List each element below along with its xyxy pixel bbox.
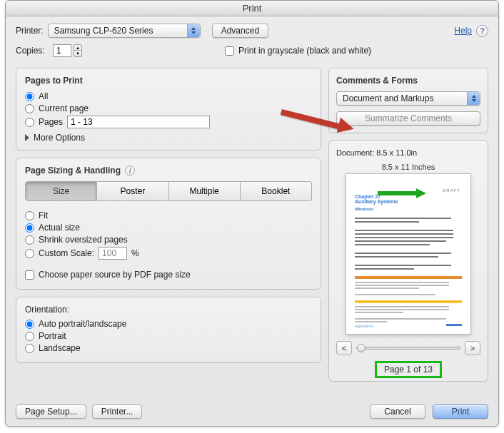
- orientation-box: Orientation: Auto portrait/landscape Por…: [16, 297, 321, 363]
- orientation-portrait-label: Portrait: [39, 331, 66, 341]
- window-title: Print: [6, 1, 498, 16]
- fit-radio[interactable]: [25, 211, 34, 220]
- red-arrow-annotation: [281, 109, 357, 139]
- copies-label: Copies:: [16, 46, 49, 56]
- printer-select-value: Samsung CLP-620 Series: [54, 26, 153, 36]
- pages-range-row[interactable]: Pages: [25, 116, 312, 128]
- comments-select[interactable]: Document and Markups: [336, 91, 480, 106]
- page-sizing-title: Page Sizing & Handling i: [25, 165, 312, 175]
- seg-booklet-button[interactable]: Booklet: [241, 181, 312, 201]
- orientation-landscape-radio[interactable]: [25, 344, 34, 353]
- seg-multiple-button[interactable]: Multiple: [169, 181, 241, 201]
- pages-range-input[interactable]: [67, 116, 210, 128]
- orientation-portrait-radio[interactable]: [25, 332, 34, 341]
- orientation-auto-label: Auto portrait/landscape: [39, 319, 126, 329]
- page-sizing-box: Page Sizing & Handling i Size Poster Mul…: [16, 158, 321, 290]
- page-sizing-title-text: Page Sizing & Handling: [25, 165, 121, 175]
- slider-thumb[interactable]: [357, 344, 366, 352]
- shrink-label: Shrink oversized pages: [39, 235, 128, 245]
- disclosure-right-icon: [25, 134, 29, 141]
- orientation-landscape-label: Landscape: [39, 343, 81, 353]
- printer-label: Printer:: [16, 26, 44, 36]
- orientation-portrait-row[interactable]: Portrait: [25, 331, 312, 341]
- pages-to-print-title: Pages to Print: [25, 76, 312, 86]
- summarize-comments-button[interactable]: Summarize Comments: [336, 111, 480, 126]
- pages-range-radio[interactable]: [25, 118, 34, 127]
- more-options-label: More Options: [34, 133, 85, 143]
- advanced-button[interactable]: Advanced: [212, 24, 268, 38]
- info-icon[interactable]: i: [125, 165, 135, 175]
- grayscale-input[interactable]: [225, 46, 234, 56]
- preview-box: Document: 8.5 x 11.0in 8.5 x 11 Inches D…: [328, 141, 488, 382]
- orientation-landscape-row[interactable]: Landscape: [25, 343, 312, 353]
- custom-row[interactable]: Custom Scale: %: [25, 247, 312, 260]
- pages-current-label: Current page: [39, 103, 89, 113]
- chevron-updown-icon: [187, 24, 200, 37]
- pages-current-radio[interactable]: [25, 104, 34, 113]
- pages-range-label: Pages: [39, 117, 63, 127]
- pages-all-radio[interactable]: [25, 92, 34, 101]
- pages-current-row[interactable]: Current page: [25, 103, 312, 113]
- page-indicator: Page 1 of 13: [375, 361, 442, 378]
- printer-button[interactable]: Printer...: [92, 404, 143, 419]
- stepper-down-icon[interactable]: ▼: [74, 51, 82, 57]
- preview-next-button[interactable]: >: [465, 341, 480, 355]
- preview-size-label: 8.5 x 11 Inches: [336, 163, 480, 171]
- orientation-auto-radio[interactable]: [25, 320, 34, 329]
- custom-radio[interactable]: [25, 249, 34, 258]
- more-options-toggle[interactable]: More Options: [25, 133, 312, 143]
- seg-size-button[interactable]: Size: [25, 181, 97, 201]
- actual-radio[interactable]: [25, 223, 34, 233]
- preview-slider[interactable]: [356, 347, 460, 350]
- print-dialog: Print Printer: Samsung CLP-620 Series Ad…: [5, 0, 499, 427]
- fit-label: Fit: [39, 210, 48, 220]
- actual-row[interactable]: Actual size: [25, 223, 312, 233]
- pages-all-label: All: [39, 91, 48, 101]
- grayscale-checkbox[interactable]: Print in grayscale (black and white): [225, 46, 371, 56]
- preview-page: DRAFT Chapter 27Auxiliary Systems Window…: [346, 174, 470, 334]
- custom-label: Custom Scale:: [39, 248, 94, 258]
- shrink-radio[interactable]: [25, 235, 34, 245]
- percent-label: %: [131, 248, 139, 258]
- paper-source-label: Choose paper source by PDF page size: [39, 270, 191, 280]
- comments-forms-title: Comments & Forms: [336, 76, 480, 86]
- preview-prev-button[interactable]: <: [336, 341, 352, 355]
- help-link[interactable]: Help: [454, 26, 472, 36]
- comments-select-value: Document and Markups: [343, 93, 433, 103]
- paper-source-row[interactable]: Choose paper source by PDF page size: [25, 270, 312, 280]
- pages-to-print-box: Pages to Print All Current page Pages: [16, 68, 321, 151]
- page-setup-button[interactable]: Page Setup...: [16, 404, 86, 419]
- grayscale-label: Print in grayscale (black and white): [238, 46, 371, 56]
- cancel-button[interactable]: Cancel: [370, 404, 425, 419]
- document-size-label: Document: 8.5 x 11.0in: [336, 148, 480, 157]
- green-arrow-annotation: [378, 188, 429, 198]
- printer-select[interactable]: Samsung CLP-620 Series: [48, 24, 201, 38]
- seg-poster-button[interactable]: Poster: [97, 181, 168, 201]
- custom-scale-input: [99, 247, 127, 260]
- chevron-updown-icon: [467, 92, 480, 105]
- paper-source-checkbox[interactable]: [25, 270, 34, 280]
- pages-all-row[interactable]: All: [25, 91, 312, 101]
- help-icon[interactable]: ?: [476, 25, 488, 37]
- copies-stepper[interactable]: ▲ ▼: [74, 44, 82, 57]
- sizing-segment: Size Poster Multiple Booklet: [25, 181, 312, 201]
- draft-watermark: DRAFT: [443, 188, 460, 193]
- copies-input[interactable]: [53, 44, 71, 57]
- actual-label: Actual size: [39, 223, 80, 233]
- fit-row[interactable]: Fit: [25, 210, 312, 220]
- orientation-title: Orientation:: [25, 305, 312, 315]
- stepper-up-icon[interactable]: ▲: [74, 44, 82, 51]
- print-button[interactable]: Print: [433, 404, 488, 419]
- orientation-auto-row[interactable]: Auto portrait/landscape: [25, 319, 312, 329]
- shrink-row[interactable]: Shrink oversized pages: [25, 235, 312, 245]
